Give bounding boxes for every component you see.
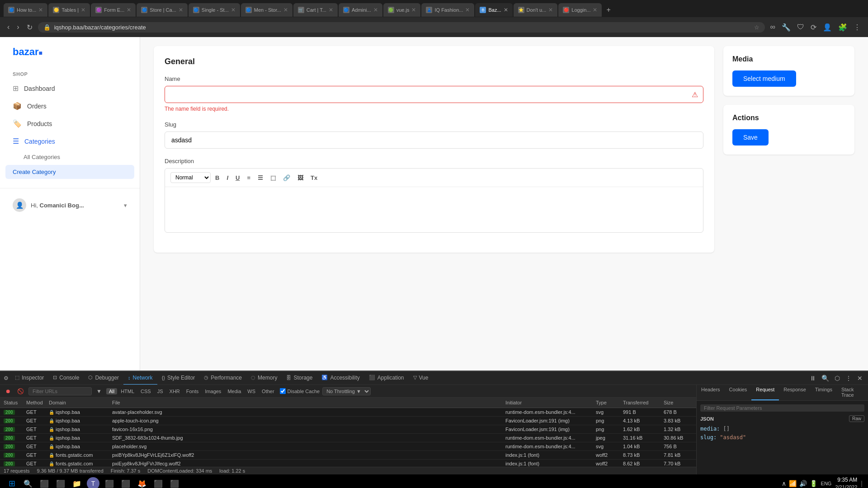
tab-close-7[interactable]: ✕	[329, 7, 333, 13]
tab-men[interactable]: 🔵Men - Stor...✕	[241, 3, 292, 17]
dr-tab-headers[interactable]: Headers	[697, 385, 725, 400]
filter-all[interactable]: All	[106, 388, 117, 394]
link-button[interactable]: 🔗	[280, 173, 293, 183]
sidebar-item-dashboard[interactable]: ⊞ Dashboard	[0, 80, 140, 97]
devtools-tab-console[interactable]: ⊡ Console	[48, 371, 84, 385]
tab-store-cart[interactable]: 🔵Store | Ca...✕	[137, 3, 188, 17]
sidebar-item-categories[interactable]: ☰ Categories	[0, 132, 140, 150]
unordered-list-button[interactable]: ☰	[255, 173, 266, 183]
sync-icon[interactable]: ⟳	[809, 21, 818, 33]
filter-css[interactable]: CSS	[138, 388, 154, 394]
network-row-6[interactable]: 200 GET 🔒fonts.gstatic.com pxiEyp8kv8JHg…	[0, 460, 696, 467]
sidebar-item-products[interactable]: 🏷️ Products	[0, 115, 140, 132]
taskbar-vscode[interactable]: ⬛	[119, 477, 132, 488]
tab-dont[interactable]: ⭐Don't u...✕	[514, 3, 558, 17]
filter-fonts[interactable]: Fonts	[184, 388, 202, 394]
clear-button[interactable]: Tx	[308, 173, 320, 183]
show-desktop-icon[interactable]: |	[861, 480, 863, 487]
tab-close-2[interactable]: ✕	[81, 7, 85, 13]
clear-button[interactable]: 🚫	[15, 387, 26, 395]
slug-input[interactable]	[165, 131, 703, 149]
sidebar-subitem-create-category[interactable]: Create Category	[5, 165, 134, 179]
tab-single[interactable]: 🔵Single - St...✕	[189, 3, 240, 17]
taskbar-explorer[interactable]: 📁	[71, 477, 83, 488]
profile-icon[interactable]: 👤	[821, 21, 834, 33]
tray-battery-icon[interactable]: 🔋	[810, 480, 817, 487]
filter-js[interactable]: JS	[155, 388, 166, 394]
lang-indicator[interactable]: ENG	[821, 481, 832, 486]
devtools-tab-storage[interactable]: 🗄 Storage	[282, 371, 317, 385]
network-row-3[interactable]: 200 GET 🔒iqshop.baa SDF_3832-683x1024-th…	[0, 434, 696, 442]
devtools-tab-vue[interactable]: ▽ Vue	[409, 371, 433, 385]
taskbar-chrome[interactable]: ⬛	[103, 477, 116, 488]
time-display[interactable]: 9:35 AM 2/21/2022	[835, 476, 857, 488]
tools-icon[interactable]: 🔧	[780, 21, 793, 33]
filter-html[interactable]: HTML	[118, 388, 137, 394]
tab-close-6[interactable]: ✕	[283, 7, 288, 13]
tab-close-10[interactable]: ✕	[465, 7, 470, 13]
underline-button[interactable]: U	[233, 173, 242, 183]
taskbar-github[interactable]: ⬛	[152, 477, 165, 488]
tab-close-3[interactable]: ✕	[127, 7, 131, 13]
dr-tab-response[interactable]: Response	[779, 385, 811, 400]
reload-button[interactable]: ↻	[25, 21, 34, 33]
tab-admin[interactable]: 🔵Admini...✕	[339, 3, 382, 17]
tab-form[interactable]: 🟣Form E...✕	[91, 3, 136, 17]
tab-close-4[interactable]: ✕	[179, 7, 183, 13]
tray-volume-icon[interactable]: 🔊	[799, 480, 807, 487]
sidebar-item-orders[interactable]: 📦 Orders	[0, 97, 140, 115]
bookmark-icon[interactable]: ☆	[754, 24, 760, 31]
select-medium-button[interactable]: Select medium	[732, 70, 796, 87]
user-menu-icon[interactable]: ▾	[124, 202, 127, 209]
url-input[interactable]	[54, 24, 750, 31]
taskbar-teams[interactable]: T	[87, 477, 99, 488]
shield-icon[interactable]: 🛡	[795, 21, 806, 33]
dr-tab-request[interactable]: Request	[751, 385, 779, 400]
devtools-tab-memory[interactable]: ◌ Memory	[246, 371, 282, 385]
italic-button[interactable]: I	[224, 173, 231, 183]
network-row-5[interactable]: 200 GET 🔒fonts.gstatic.com pxiBYp8kv8JHg…	[0, 451, 696, 460]
taskview-button[interactable]: ⬛	[38, 477, 51, 488]
network-row-0[interactable]: 200 GET 🔒iqshop.baa avatar-placeholder.s…	[0, 408, 696, 417]
raw-button[interactable]: Raw	[849, 415, 864, 422]
disable-cache-checkbox[interactable]: Disable Cache	[280, 388, 320, 394]
filter-media[interactable]: Media	[225, 388, 244, 394]
devtools-search-icon[interactable]: 🔍	[820, 374, 831, 383]
description-editor[interactable]	[165, 187, 703, 232]
devtools-settings-icon[interactable]: ⚙	[4, 375, 9, 381]
puzzle-icon[interactable]: 🧩	[836, 21, 849, 33]
tab-close-13[interactable]: ✕	[593, 7, 597, 13]
tab-close-1[interactable]: ✕	[38, 7, 43, 13]
filter-params-input[interactable]	[700, 404, 864, 412]
forward-button[interactable]: ›	[15, 21, 21, 33]
start-button[interactable]: ⊞	[5, 477, 18, 488]
name-input[interactable]	[165, 86, 703, 103]
throttle-select[interactable]: No Throttling ▼	[322, 387, 371, 395]
devtools-tab-inspector[interactable]: ⬚ Inspector	[10, 371, 48, 385]
more-icon[interactable]: ⋮	[852, 21, 863, 33]
extensions-icon[interactable]: ∞	[769, 21, 777, 33]
network-row-1[interactable]: 200 GET 🔒iqshop.baa apple-touch-icon.png…	[0, 417, 696, 425]
address-bar[interactable]: 🔒 ☆	[38, 22, 765, 33]
tab-bazar[interactable]: BBaz...✕	[475, 3, 512, 17]
search-taskbar-button[interactable]: 🔍	[22, 477, 34, 488]
image-button[interactable]: 🖼	[295, 173, 306, 183]
tab-close-11[interactable]: ✕	[504, 7, 508, 13]
tab-close-8[interactable]: ✕	[373, 7, 378, 13]
filter-xhr[interactable]: XHR	[167, 388, 183, 394]
tray-up-icon[interactable]: ∧	[782, 480, 786, 487]
bold-button[interactable]: B	[212, 173, 222, 183]
tab-cart[interactable]: 🛒Cart | T...✕	[293, 3, 338, 17]
network-row-4[interactable]: 200 GET 🔒iqshop.baa placeholder.svg runt…	[0, 442, 696, 451]
devtools-more-icon[interactable]: ⋮	[844, 374, 854, 383]
tray-network-icon[interactable]: 📶	[789, 480, 797, 487]
network-row-2[interactable]: 200 GET 🔒iqshop.baa favicon-16x16.png Fa…	[0, 425, 696, 434]
tab-login[interactable]: 🔴Loggin...✕	[558, 3, 602, 17]
ordered-list-button[interactable]: ≡	[244, 173, 253, 183]
widgets-button[interactable]: ⬛	[54, 477, 67, 488]
dr-tab-cookies[interactable]: Cookies	[725, 385, 752, 400]
devtools-pause-icon[interactable]: ⏸	[808, 374, 818, 383]
taskbar-firefox[interactable]: 🦊	[136, 477, 148, 488]
devtools-tab-network[interactable]: ↕ Network	[123, 371, 157, 385]
devtools-tab-accessibility[interactable]: ♿ Accessibility	[317, 371, 364, 385]
